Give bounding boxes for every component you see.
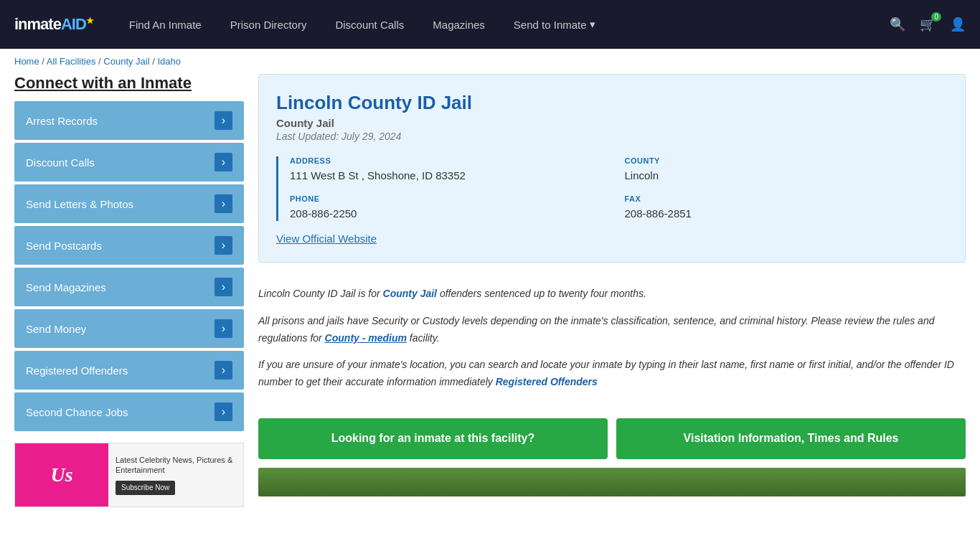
sidebar-item-send-postcards[interactable]: Send Postcards › — [14, 226, 244, 265]
nav-discount-calls[interactable]: Discount Calls — [335, 19, 404, 31]
nav-links: Find An Inmate Prison Directory Discount… — [129, 18, 868, 31]
looking-inmate-button[interactable]: Looking for an inmate at this facility? — [258, 418, 608, 459]
phone-label: PHONE — [290, 194, 613, 203]
county-jail-link[interactable]: County Jail — [383, 288, 437, 299]
dropdown-arrow-icon: ▾ — [590, 18, 595, 31]
fax-block: FAX 208-886-2851 — [625, 194, 948, 221]
ad-brand-logo: Us — [15, 443, 108, 507]
arrow-icon: › — [215, 278, 232, 296]
address-value: 111 West B St , Shoshone, ID 83352 — [290, 168, 613, 183]
sidebar-item-registered-offenders[interactable]: Registered Offenders › — [14, 351, 244, 390]
logo-star-icon: ★ — [86, 16, 93, 26]
sidebar-title: Connect with an Inmate — [14, 74, 244, 93]
fax-value: 208-886-2851 — [625, 206, 948, 221]
nav-icons: 🔍 🛒0 👤 — [890, 17, 966, 32]
logo-text: inmateAID★ — [14, 15, 93, 34]
facility-last-updated: Last Updated: July 29, 2024 — [276, 131, 948, 142]
phone-value: 208-886-2250 — [290, 206, 613, 221]
nav-find-inmate[interactable]: Find An Inmate — [129, 19, 202, 31]
arrow-icon: › — [215, 153, 232, 171]
nav-magazines[interactable]: Magazines — [433, 19, 485, 31]
breadcrumb-state[interactable]: Idaho — [157, 56, 181, 67]
sidebar-item-send-money[interactable]: Send Money › — [14, 309, 244, 348]
sidebar-item-discount-calls[interactable]: Discount Calls › — [14, 143, 244, 182]
bottom-image-strip — [258, 468, 966, 496]
user-icon[interactable]: 👤 — [950, 17, 966, 32]
address-label: ADDRESS — [290, 156, 613, 165]
nav-send-to-inmate[interactable]: Send to Inmate ▾ — [514, 18, 595, 31]
sidebar-menu: Arrest Records › Discount Calls › Send L… — [14, 101, 244, 431]
breadcrumb-all-facilities[interactable]: All Facilities — [47, 56, 96, 67]
sidebar-ad: Us Latest Celebrity News, Pictures & Ent… — [14, 443, 244, 507]
facility-name: Lincoln County ID Jail — [276, 92, 948, 114]
county-value: Lincoln — [625, 168, 948, 183]
facility-info-grid: ADDRESS 111 West B St , Shoshone, ID 833… — [276, 156, 948, 221]
cart-badge: 0 — [931, 12, 941, 22]
facility-description: Lincoln County ID Jail is for County Jai… — [258, 274, 966, 413]
arrow-icon: › — [215, 194, 232, 213]
arrow-icon: › — [215, 111, 232, 130]
breadcrumb: Home / All Facilities / County Jail / Id… — [0, 49, 980, 74]
county-medium-link[interactable]: County - medium — [325, 332, 407, 344]
phone-block: PHONE 208-886-2250 — [290, 194, 613, 221]
official-website-link[interactable]: View Official Website — [276, 232, 377, 245]
nav-prison-directory[interactable]: Prison Directory — [230, 19, 307, 31]
breadcrumb-home[interactable]: Home — [14, 56, 39, 67]
logo[interactable]: inmateAID★ — [14, 15, 93, 34]
ad-subscribe-button[interactable]: Subscribe Now — [116, 481, 175, 495]
facility-type: County Jail — [276, 117, 948, 129]
search-icon[interactable]: 🔍 — [890, 17, 905, 32]
sidebar-item-second-chance-jobs[interactable]: Second Chance Jobs › — [14, 392, 244, 431]
fax-label: FAX — [625, 194, 948, 203]
cta-buttons: Looking for an inmate at this facility? … — [258, 418, 966, 459]
main-container: Connect with an Inmate Arrest Records › … — [0, 74, 980, 522]
desc-para2: All prisons and jails have Security or C… — [258, 313, 966, 347]
county-label: COUNTY — [625, 156, 948, 165]
cart-icon[interactable]: 🛒0 — [920, 17, 936, 32]
main-content: Lincoln County ID Jail County Jail Last … — [258, 74, 966, 507]
ad-text: Latest Celebrity News, Pictures & Entert… — [108, 449, 243, 501]
county-block: COUNTY Lincoln — [625, 156, 948, 183]
sidebar-item-arrest-records[interactable]: Arrest Records › — [14, 101, 244, 140]
sidebar-item-send-magazines[interactable]: Send Magazines › — [14, 268, 244, 306]
facility-card: Lincoln County ID Jail County Jail Last … — [258, 74, 966, 263]
sidebar-item-send-letters[interactable]: Send Letters & Photos › — [14, 184, 244, 223]
visitation-info-button[interactable]: Visitation Information, Times and Rules — [616, 418, 966, 459]
arrow-icon: › — [215, 319, 232, 338]
navbar: inmateAID★ Find An Inmate Prison Directo… — [0, 0, 980, 49]
address-block: ADDRESS 111 West B St , Shoshone, ID 833… — [290, 156, 613, 183]
arrow-icon: › — [215, 236, 232, 255]
sidebar: Connect with an Inmate Arrest Records › … — [14, 74, 244, 507]
registered-offenders-link[interactable]: Registered Offenders — [496, 376, 598, 387]
desc-para1: Lincoln County ID Jail is for County Jai… — [258, 286, 966, 303]
desc-para3: If you are unsure of your inmate's locat… — [258, 357, 966, 391]
breadcrumb-county-jail[interactable]: County Jail — [103, 56, 149, 67]
arrow-icon: › — [215, 402, 232, 421]
arrow-icon: › — [215, 361, 232, 380]
